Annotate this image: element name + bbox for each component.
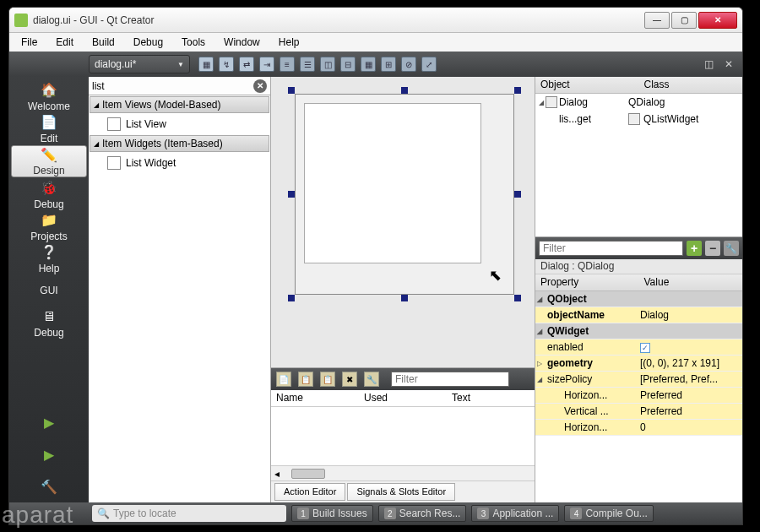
resize-handle[interactable] <box>401 87 408 94</box>
titlebar[interactable]: dialog.ui - GUI - Qt Creator — ▢ ✕ <box>9 8 742 33</box>
configure-icon[interactable]: 🔧 <box>724 241 739 256</box>
layout-vert-splitter-icon[interactable]: ⊟ <box>340 57 356 72</box>
resize-handle[interactable] <box>514 191 521 198</box>
build-button[interactable]: 🔨 <box>11 470 87 502</box>
dialog-widget[interactable] <box>295 94 514 295</box>
expand-icon[interactable]: ▷ <box>537 360 542 367</box>
resize-handle[interactable] <box>401 295 408 301</box>
edit-buddies-icon[interactable]: ⇄ <box>239 57 254 72</box>
clear-filter-icon[interactable]: ✕ <box>253 79 267 93</box>
edit-widgets-icon[interactable]: ▦ <box>198 57 214 72</box>
locator[interactable]: 🔍 Type to locate <box>92 505 286 522</box>
col-property[interactable]: Property <box>535 274 639 290</box>
form-canvas[interactable]: ⬉ <box>271 77 535 367</box>
prop-horiz-policy[interactable]: Horizon...Preferred <box>535 388 742 404</box>
prop-sizepolicy[interactable]: ◢sizePolicy[Preferred, Pref... <box>535 372 742 388</box>
configure-action-icon[interactable]: 🔧 <box>364 372 379 387</box>
widget-listview[interactable]: List View <box>89 114 270 134</box>
panel-close-icon[interactable]: ✕ <box>722 57 736 71</box>
collapse-icon[interactable]: ◢ <box>537 376 542 383</box>
edit-signals-icon[interactable]: ↯ <box>219 57 234 72</box>
sidebar-item-projects[interactable]: 📁 Projects <box>11 210 87 242</box>
prop-enabled[interactable]: enabled✓ <box>535 339 742 356</box>
play-debug-icon: ▶ <box>40 445 58 464</box>
expand-icon[interactable]: ◢ <box>539 99 544 106</box>
widget-category-itemviews[interactable]: ◢ Item Views (Model-Based) <box>90 96 269 113</box>
copy-action-icon[interactable]: 📋 <box>298 372 313 387</box>
layout-form-icon[interactable]: ⊞ <box>381 57 396 72</box>
col-object[interactable]: Object <box>535 77 639 93</box>
resize-handle[interactable] <box>514 87 521 94</box>
delete-action-icon[interactable]: ✖ <box>342 372 357 387</box>
output-compile[interactable]: 4Compile Ou... <box>564 505 653 522</box>
output-search-results[interactable]: 2Search Res... <box>378 505 467 522</box>
col-name[interactable]: Name <box>271 390 359 406</box>
sidebar-item-edit[interactable]: 📄 Edit <box>11 112 87 144</box>
split-icon[interactable]: ◫ <box>702 57 715 71</box>
checkbox-checked-icon[interactable]: ✓ <box>640 343 650 353</box>
resize-handle[interactable] <box>514 295 521 301</box>
widget-filter-input[interactable] <box>92 80 253 92</box>
action-list[interactable]: ◂ <box>271 407 535 480</box>
sidebar-item-target[interactable]: 🖥 Debug <box>11 307 87 339</box>
resize-handle[interactable] <box>288 87 295 94</box>
sidebar-item-kit[interactable]: GUI <box>11 274 87 307</box>
sidebar-item-welcome[interactable]: 🏠 Welcome <box>11 80 87 112</box>
col-value[interactable]: Value <box>639 274 743 290</box>
maximize-button[interactable]: ▢ <box>671 12 697 29</box>
add-property-icon[interactable]: + <box>687 241 702 256</box>
prop-horiz-stretch[interactable]: Horizon...0 <box>535 420 742 436</box>
dialog-selection[interactable] <box>291 90 518 298</box>
col-used[interactable]: Used <box>359 390 447 406</box>
adjust-size-icon[interactable]: ⤢ <box>421 57 437 72</box>
close-button[interactable]: ✕ <box>698 12 737 29</box>
tab-signals-slots[interactable]: Signals & Slots Editor <box>347 483 455 501</box>
run-button[interactable]: ▶ <box>11 406 87 438</box>
menu-help[interactable]: Help <box>274 35 305 50</box>
col-text[interactable]: Text <box>447 390 535 406</box>
remove-property-icon[interactable]: − <box>705 241 720 256</box>
minimize-button[interactable]: — <box>644 12 670 29</box>
output-application[interactable]: 3Application ... <box>471 505 559 522</box>
action-filter-input[interactable] <box>391 372 509 387</box>
property-filter-input[interactable] <box>539 241 683 256</box>
prop-vert-policy[interactable]: Vertical ...Preferred <box>535 404 742 420</box>
menu-debug[interactable]: Debug <box>128 35 168 50</box>
tab-action-editor[interactable]: Action Editor <box>274 483 345 501</box>
prop-objectname[interactable]: objectNameDialog <box>535 307 742 323</box>
sidebar-item-help[interactable]: ❔ Help <box>11 242 87 274</box>
menu-window[interactable]: Window <box>219 35 265 50</box>
horizontal-scrollbar[interactable]: ◂ <box>271 465 535 480</box>
widget-category-itemwidgets[interactable]: ◢ Item Widgets (Item-Based) <box>90 135 269 152</box>
layout-horizontal-icon[interactable]: ≡ <box>280 57 295 72</box>
object-row-dialog[interactable]: ◢ Dialog QDialog <box>535 94 742 111</box>
menu-file[interactable]: File <box>16 35 42 50</box>
col-class[interactable]: Class <box>639 77 743 93</box>
edit-tab-order-icon[interactable]: ⇥ <box>259 57 274 72</box>
output-build-issues[interactable]: 1Build Issues <box>291 505 373 522</box>
object-row-listwidget[interactable]: lis...get QListWidget <box>535 111 742 128</box>
menu-edit[interactable]: Edit <box>51 35 79 50</box>
menu-build[interactable]: Build <box>87 35 120 50</box>
collapse-icon[interactable]: ◢ <box>537 296 542 303</box>
resize-handle[interactable] <box>288 295 295 301</box>
resize-handle[interactable] <box>288 191 295 198</box>
menu-tools[interactable]: Tools <box>176 35 210 50</box>
layout-vertical-icon[interactable]: ☰ <box>300 57 315 72</box>
qlistwidget-instance[interactable] <box>304 103 481 263</box>
locator-placeholder: Type to locate <box>113 508 176 519</box>
open-file-dropdown[interactable]: dialog.ui* ▼ <box>89 55 190 73</box>
property-editor[interactable]: ◢QObject objectNameDialog ◢QWidget enabl… <box>535 291 742 502</box>
widget-listwidget[interactable]: List Widget <box>89 153 270 173</box>
scroll-thumb[interactable] <box>291 469 325 479</box>
prop-geometry[interactable]: ▷geometry[(0, 0), 217 x 191] <box>535 356 742 372</box>
run-debug-button[interactable]: ▶ <box>11 438 87 470</box>
collapse-icon[interactable]: ◢ <box>537 328 542 335</box>
paste-action-icon[interactable]: 📋 <box>320 372 335 387</box>
break-layout-icon[interactable]: ⊘ <box>401 57 416 72</box>
sidebar-item-design[interactable]: ✏️ Design <box>11 145 87 177</box>
layout-grid-icon[interactable]: ▦ <box>361 57 376 72</box>
layout-horiz-splitter-icon[interactable]: ◫ <box>320 57 335 72</box>
new-action-icon[interactable]: 📄 <box>276 372 291 387</box>
sidebar-item-debug[interactable]: 🐞 Debug <box>11 178 87 210</box>
